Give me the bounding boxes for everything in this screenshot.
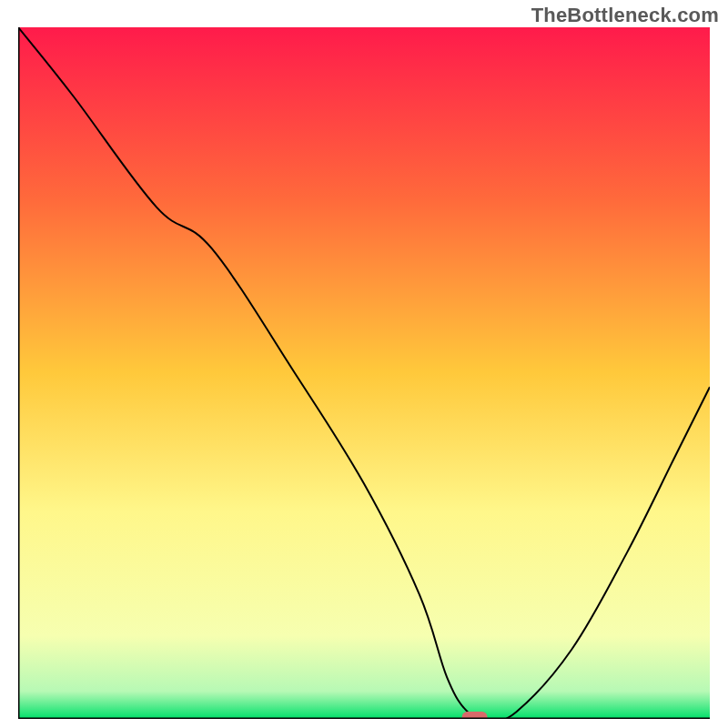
bottleneck-chart-svg bbox=[18, 27, 710, 719]
gradient-background bbox=[18, 27, 710, 719]
watermark-label: TheBottleneck.com bbox=[531, 4, 719, 27]
plot-area bbox=[18, 27, 710, 719]
chart-frame: TheBottleneck.com bbox=[0, 0, 728, 728]
